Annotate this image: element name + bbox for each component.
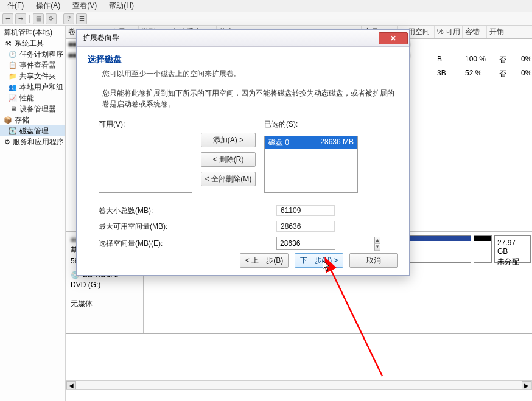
- menu-view[interactable]: 查看(V): [68, 0, 102, 12]
- remove-button[interactable]: < 删除(R): [201, 152, 256, 167]
- choose-size-input[interactable]: [277, 237, 374, 249]
- tree-label: 算机管理(本地): [4, 27, 52, 38]
- cell-pct: 100 %: [465, 55, 495, 65]
- tree-label: 系统工具: [15, 38, 44, 49]
- size-fields: 卷大小总数(MB): 61109 最大可用空间量(MB): 28636 选择空间…: [99, 205, 398, 250]
- partition-color-bar: [474, 236, 491, 241]
- tree-label: 性能: [19, 93, 34, 103]
- tree-system-tools[interactable]: 🛠 系统工具: [0, 38, 65, 49]
- unallocated-size: 27.97 GB: [497, 239, 528, 256]
- tree-storage[interactable]: 📦 存储: [0, 114, 65, 125]
- toolbar-back-icon[interactable]: ⬅: [2, 13, 13, 24]
- tree-label: 本地用户和组: [19, 82, 63, 92]
- tree-label: 任务计划程序: [19, 49, 63, 60]
- section-title: 选择磁盘: [88, 54, 398, 65]
- col-pctfree[interactable]: % 可用: [435, 26, 463, 38]
- tree-label: 磁盘管理: [19, 126, 49, 136]
- event-icon: 📋: [9, 61, 17, 69]
- constraint-note: 您只能将此卷扩展到如下所示的可用空间，因为不能将磁盘转换为动态磁盘，或者被扩展的…: [102, 88, 398, 110]
- tree-label: 共享文件夹: [19, 71, 56, 82]
- cdrom-row[interactable]: 💿 CD-ROM 0 DVD (G:) 无媒体: [66, 267, 532, 334]
- selected-disk-item[interactable]: 磁盘 0 28636 MB: [265, 136, 357, 149]
- add-button[interactable]: 添加(A) >: [201, 133, 256, 147]
- device-icon: 🖥: [9, 105, 17, 113]
- tree-root[interactable]: 算机管理(本地): [0, 27, 65, 38]
- menu-help[interactable]: 帮助(H): [104, 0, 139, 12]
- max-size-label: 最大可用空间量(MB):: [99, 221, 269, 232]
- tree-sidebar: 算机管理(本地) 🛠 系统工具 🕑 任务计划程序 📋 事件查看器 📁 共享文件夹…: [0, 26, 66, 401]
- total-size-label: 卷大小总数(MB):: [99, 206, 269, 216]
- next-button[interactable]: 下一步(N) >: [295, 253, 343, 268]
- tree-event-viewer[interactable]: 📋 事件查看器: [0, 60, 65, 71]
- services-icon: ⚙: [4, 138, 10, 146]
- col-overhead[interactable]: 开销: [487, 26, 511, 38]
- toolbar-properties-icon[interactable]: ▤: [33, 13, 44, 24]
- tree-label: 服务和应用程序: [13, 137, 64, 147]
- horizontal-scrollbar[interactable]: ◀ ▶: [66, 380, 532, 390]
- max-size-value: 28636: [276, 221, 335, 232]
- tree-performance[interactable]: 📈 性能: [0, 92, 65, 103]
- cell-suffix: B: [437, 55, 461, 65]
- tree-services[interactable]: ⚙ 服务和应用程序: [0, 136, 65, 147]
- share-icon: 📁: [9, 72, 17, 80]
- tree-label: 存储: [15, 115, 29, 125]
- extend-volume-wizard-dialog: 扩展卷向导 ✕ 选择磁盘 您可以用至少一个磁盘上的空间来扩展卷。 您只能将此卷扩…: [76, 29, 410, 276]
- dialog-titlebar[interactable]: 扩展卷向导 ✕: [77, 30, 409, 47]
- tree-device-manager[interactable]: 🖥 设备管理器: [0, 103, 65, 114]
- volume-row-right-visible: B 100 % 否 0% 3B 52 % 否 0%: [435, 54, 532, 75]
- menu-file[interactable]: 件(F): [2, 0, 29, 12]
- toolbar-list-icon[interactable]: ☰: [76, 13, 87, 24]
- col-fault[interactable]: 容错: [463, 26, 487, 38]
- folder-icon: 🛠: [4, 39, 12, 47]
- dialog-footer: < 上一步(B) 下一步(N) > 取消: [240, 253, 398, 268]
- tree-shared-folders[interactable]: 📁 共享文件夹: [0, 71, 65, 82]
- total-size-value: 61109: [276, 205, 335, 216]
- unallocated-space[interactable]: 27.97 GB 未分配: [494, 235, 531, 263]
- tree-label: 设备管理器: [19, 104, 56, 114]
- users-icon: 👥: [9, 83, 17, 91]
- cell-fault: 否: [499, 55, 517, 65]
- choose-size-row: 选择空间量(MB)(E): ▲ ▼: [99, 237, 398, 250]
- choose-size-spinner[interactable]: ▲ ▼: [276, 237, 335, 250]
- dialog-body: 选择磁盘 您可以用至少一个磁盘上的空间来扩展卷。 您只能将此卷扩展到如下所示的可…: [77, 47, 409, 257]
- performance-icon: 📈: [9, 94, 17, 102]
- section-desc: 您可以用至少一个磁盘上的空间来扩展卷。: [102, 69, 398, 79]
- toolbar-refresh-icon[interactable]: ⟳: [46, 13, 57, 24]
- cell-pct: 52 %: [465, 69, 495, 79]
- transfer-buttons: 添加(A) > < 删除(R) < 全部删除(M): [201, 133, 256, 186]
- cdrom-empty: [144, 267, 532, 333]
- tree-disk-management[interactable]: 💽 磁盘管理: [0, 125, 65, 136]
- spinner-down-icon[interactable]: ▼: [374, 244, 380, 251]
- tree-local-users[interactable]: 👥 本地用户和组: [0, 82, 65, 92]
- cancel-button[interactable]: 取消: [349, 253, 398, 268]
- cell-over: 0%: [521, 55, 532, 65]
- cdrom-label: 💿 CD-ROM 0 DVD (G:) 无媒体: [66, 267, 144, 333]
- selected-column: 已选的(S): 磁盘 0 28636 MB: [264, 119, 358, 193]
- scrollbar-right-arrow-icon[interactable]: ▶: [522, 381, 531, 389]
- cdrom-drive: DVD (G:): [71, 281, 138, 289]
- back-button[interactable]: < 上一步(B): [240, 253, 289, 268]
- menu-action[interactable]: 操作(A): [31, 0, 65, 12]
- spinner-buttons: ▲ ▼: [374, 237, 380, 249]
- selected-listbox[interactable]: 磁盘 0 28636 MB: [264, 136, 358, 193]
- separator: [60, 15, 60, 23]
- close-button[interactable]: ✕: [379, 32, 408, 44]
- scrollbar-left-arrow-icon[interactable]: ◀: [66, 381, 76, 389]
- cdrom-nomedia: 无媒体: [71, 299, 138, 309]
- tree-task-scheduler[interactable]: 🕑 任务计划程序: [0, 49, 65, 60]
- toolbar-forward-icon[interactable]: ➡: [15, 13, 26, 24]
- close-icon: ✕: [390, 34, 396, 43]
- selected-label: 已选的(S):: [264, 119, 358, 130]
- remove-all-button[interactable]: < 全部删除(M): [201, 172, 256, 186]
- selected-disk-size: 28636 MB: [320, 138, 354, 148]
- partition-3[interactable]: [474, 235, 492, 263]
- schedule-icon: 🕑: [9, 50, 17, 58]
- toolbar-help-icon[interactable]: ?: [63, 13, 74, 24]
- unallocated-label: 未分配: [497, 257, 528, 267]
- spinner-up-icon[interactable]: ▲: [374, 237, 380, 244]
- available-column: 可用(V):: [99, 119, 192, 193]
- available-listbox[interactable]: [99, 136, 192, 193]
- separator: [29, 15, 30, 23]
- scrollbar-track[interactable]: [76, 381, 522, 389]
- cell-fault: 否: [499, 69, 517, 79]
